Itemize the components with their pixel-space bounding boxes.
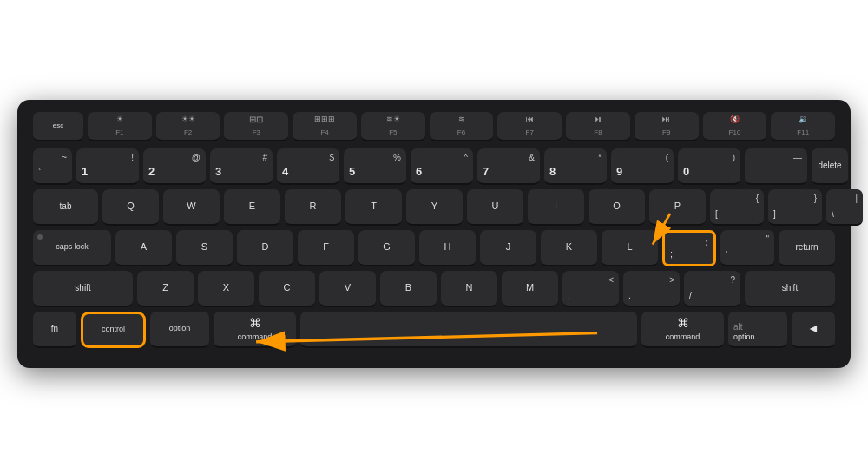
key-d[interactable]: D: [237, 230, 293, 266]
key-option-right[interactable]: alt option: [728, 312, 787, 348]
key-command-right[interactable]: ⌘ command: [641, 312, 724, 348]
key-8[interactable]: * 8: [544, 148, 607, 185]
key-f11[interactable]: 🔉 F11: [771, 112, 835, 141]
key-s[interactable]: S: [176, 230, 233, 266]
key-f7[interactable]: ⏮ F7: [497, 112, 562, 141]
qwerty-row: tab Q W E R T Y U I O P { [ } ] | \: [33, 189, 835, 226]
key-n[interactable]: N: [441, 271, 497, 307]
key-tab[interactable]: tab: [33, 189, 98, 226]
key-f8[interactable]: ⏯ F8: [566, 112, 630, 141]
key-1[interactable]: ! 1: [76, 148, 139, 185]
key-i[interactable]: I: [528, 189, 584, 226]
key-r[interactable]: R: [285, 189, 341, 226]
key-f6[interactable]: ≋ F6: [430, 112, 494, 141]
key-option-left[interactable]: option: [150, 312, 209, 348]
key-a[interactable]: A: [115, 230, 172, 266]
key-4[interactable]: $ 4: [277, 148, 339, 185]
key-backslash[interactable]: | \: [826, 189, 863, 226]
key-u[interactable]: U: [467, 189, 523, 226]
key-minus[interactable]: — –: [745, 148, 807, 185]
key-f4[interactable]: ⊞⊞⊞ F4: [293, 112, 357, 141]
key-command-left[interactable]: ⌘ command: [214, 312, 296, 348]
key-control[interactable]: control: [81, 312, 146, 348]
keyboard: esc ☀ F1 ☀☀ F2 ⊞⊡ F3 ⊞⊞⊞ F4 ≋☀ F5 ≋ F6 ⏮…: [17, 100, 851, 368]
key-esc[interactable]: esc: [33, 112, 83, 141]
key-shift-left[interactable]: shift: [33, 271, 133, 307]
key-h[interactable]: H: [419, 230, 476, 266]
bottom-row: fn control option ⌘ command ⌘ command al…: [33, 312, 835, 348]
key-f5[interactable]: ≋☀ F5: [361, 112, 425, 141]
asdf-row: caps lock A S D F G H J K L : ; " ' retu…: [33, 230, 835, 266]
key-m[interactable]: M: [502, 271, 558, 307]
key-t[interactable]: T: [345, 189, 402, 226]
key-k[interactable]: K: [541, 230, 597, 266]
key-3[interactable]: # 3: [210, 148, 273, 185]
key-f[interactable]: F: [298, 230, 354, 266]
key-7[interactable]: & 7: [477, 148, 540, 185]
key-comma[interactable]: < ,: [562, 271, 619, 307]
zxcv-row: shift Z X C V B N M < , > . ? / shift: [33, 271, 835, 307]
key-v[interactable]: V: [319, 271, 376, 307]
key-9[interactable]: ( 9: [611, 148, 674, 185]
key-f2[interactable]: ☀☀ F2: [156, 112, 220, 141]
key-z[interactable]: Z: [137, 271, 194, 307]
number-row: ~ ` ! 1 @ 2 # 3 $ 4 % 5 ^ 6 & 7: [33, 148, 835, 185]
key-return[interactable]: return: [779, 230, 835, 266]
key-rbracket[interactable]: } ]: [768, 189, 822, 226]
key-f3[interactable]: ⊞⊡ F3: [224, 112, 288, 141]
key-capslock[interactable]: caps lock: [33, 230, 111, 266]
key-l[interactable]: L: [602, 230, 658, 266]
key-e[interactable]: E: [224, 189, 280, 226]
capslock-indicator: [37, 234, 43, 240]
key-lbracket[interactable]: { [: [710, 189, 764, 226]
key-6[interactable]: ^ 6: [411, 148, 473, 185]
key-semicolon[interactable]: : ;: [662, 230, 716, 266]
key-f9[interactable]: ⏭ F9: [635, 112, 699, 141]
key-backtick[interactable]: ~ `: [33, 148, 72, 185]
key-o[interactable]: O: [589, 189, 645, 226]
key-quote[interactable]: " ': [720, 230, 774, 266]
key-period[interactable]: > .: [623, 271, 680, 307]
key-f1[interactable]: ☀ F1: [88, 112, 152, 141]
key-delete[interactable]: delete: [812, 148, 848, 185]
key-2[interactable]: @ 2: [143, 148, 206, 185]
key-shift-right[interactable]: shift: [745, 271, 835, 307]
key-y[interactable]: Y: [406, 189, 463, 226]
key-5[interactable]: % 5: [344, 148, 406, 185]
key-c[interactable]: C: [259, 271, 315, 307]
key-g[interactable]: G: [358, 230, 415, 266]
key-arrow-left[interactable]: ◄: [792, 312, 835, 348]
key-w[interactable]: W: [163, 189, 220, 226]
key-0[interactable]: ) 0: [678, 148, 740, 185]
key-p[interactable]: P: [649, 189, 706, 226]
key-space[interactable]: [300, 312, 637, 348]
key-fn[interactable]: fn: [33, 312, 76, 348]
key-x[interactable]: X: [198, 271, 254, 307]
key-f10[interactable]: 🔇 F10: [703, 112, 767, 141]
key-j[interactable]: J: [480, 230, 536, 266]
key-b[interactable]: B: [380, 271, 437, 307]
key-q[interactable]: Q: [102, 189, 159, 226]
fn-row: esc ☀ F1 ☀☀ F2 ⊞⊡ F3 ⊞⊞⊞ F4 ≋☀ F5 ≋ F6 ⏮…: [33, 112, 835, 141]
key-slash[interactable]: ? /: [684, 271, 740, 307]
